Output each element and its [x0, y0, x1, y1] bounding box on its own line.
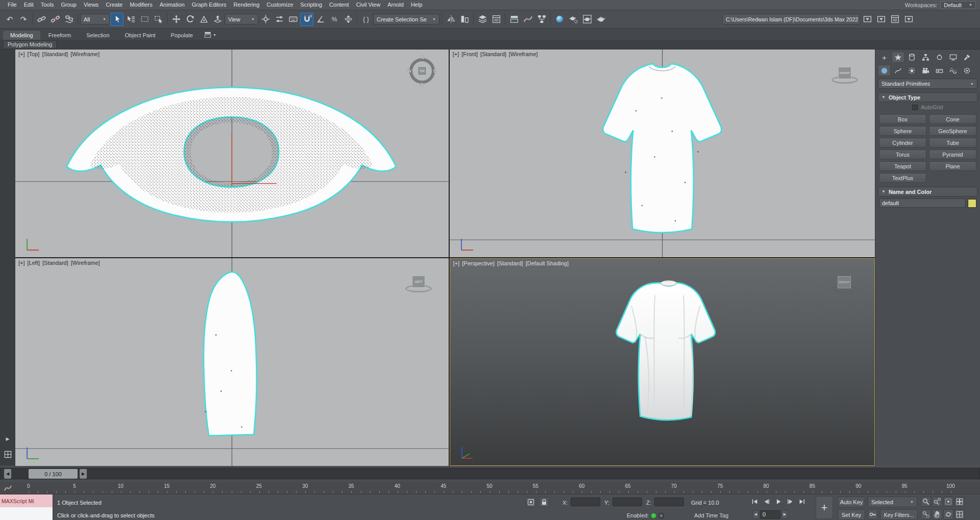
- menu-item-scripting[interactable]: Scripting: [297, 0, 326, 10]
- category-lights-icon[interactable]: [905, 65, 918, 76]
- set-key-filters-icon[interactable]: [868, 509, 878, 519]
- viewcube-face[interactable]: TOP: [418, 66, 427, 76]
- layer-explorer-icon[interactable]: [476, 13, 489, 26]
- workspace-plus-icon[interactable]: +: [878, 52, 891, 63]
- ribbon-tab-selection[interactable]: Selection: [79, 31, 116, 40]
- reference-coordinate-system-dropdown[interactable]: View ▼: [225, 14, 258, 24]
- create-sphere-button[interactable]: Sphere: [879, 126, 926, 136]
- current-frame-field[interactable]: 0: [760, 510, 780, 519]
- menu-item-modifiers[interactable]: Modifiers: [126, 0, 156, 10]
- time-slider-track[interactable]: [0, 468, 980, 479]
- tab-motion-icon[interactable]: [933, 52, 946, 63]
- orbit-icon[interactable]: [943, 509, 953, 519]
- select-by-name-icon[interactable]: [124, 13, 137, 26]
- schematic-view-icon[interactable]: [535, 13, 548, 26]
- edit-named-selection-sets-icon[interactable]: { }: [359, 13, 373, 26]
- viewport-left-menu-0[interactable]: [+]: [18, 260, 25, 266]
- menu-item-civil-view[interactable]: Civil View: [353, 0, 384, 10]
- menu-item-arnold[interactable]: Arnold: [384, 0, 407, 10]
- select-and-move-icon[interactable]: [169, 13, 183, 26]
- render-production-icon[interactable]: [594, 13, 607, 26]
- ribbon-tab-object-paint[interactable]: Object Paint: [118, 31, 163, 40]
- go-to-start-icon[interactable]: [749, 497, 761, 507]
- play-animation-icon[interactable]: [773, 497, 784, 507]
- viewport-perspective-menu-0[interactable]: [+]: [453, 260, 460, 266]
- bind-to-space-warp-icon[interactable]: [62, 13, 76, 26]
- ribbon-tab-modeling[interactable]: Modeling: [3, 31, 40, 40]
- select-and-link-icon[interactable]: [35, 13, 48, 26]
- object-color-swatch[interactable]: [968, 199, 976, 208]
- viewport-top-menu-1[interactable]: [Top]: [28, 51, 40, 57]
- key-filters-button[interactable]: Key Filters...: [880, 509, 918, 520]
- tab-display-icon[interactable]: [947, 52, 960, 63]
- asset-library-icon[interactable]: [888, 13, 901, 26]
- create-tube-button[interactable]: Tube: [929, 138, 976, 147]
- angle-snap-toggle-icon[interactable]: [314, 13, 327, 26]
- material-editor-icon[interactable]: [553, 13, 566, 26]
- create-geosphere-button[interactable]: GeoSphere: [929, 126, 976, 136]
- menu-item-views[interactable]: Views: [80, 0, 102, 10]
- create-cylinder-button[interactable]: Cylinder: [879, 138, 926, 147]
- create-plane-button[interactable]: Plane: [929, 161, 976, 171]
- selection-filter-dropdown[interactable]: All ▼: [80, 14, 110, 24]
- set-key-button[interactable]: Set Key: [838, 509, 865, 520]
- viewport-perspective-menu-1[interactable]: [Perspective]: [462, 260, 495, 266]
- select-and-scale-icon[interactable]: [197, 13, 210, 26]
- selection-set-dropdown[interactable]: Selected ▼: [868, 497, 917, 507]
- menu-item-file[interactable]: File: [4, 0, 20, 10]
- viewport-front-menu-1[interactable]: [Front]: [461, 51, 478, 57]
- menu-item-animation[interactable]: Animation: [156, 0, 188, 10]
- ribbon-config-icon[interactable]: ▼: [201, 31, 219, 40]
- undo-icon[interactable]: ↶: [3, 13, 16, 26]
- x-coordinate-field[interactable]: [571, 498, 600, 506]
- create-torus-button[interactable]: Torus: [879, 150, 926, 159]
- viewcube-face[interactable]: FRONT: [838, 67, 851, 79]
- viewcube[interactable]: FRONT: [831, 63, 860, 88]
- compass-north-label[interactable]: N: [421, 55, 424, 60]
- zoom-all-icon[interactable]: [932, 497, 942, 507]
- import-file-icon[interactable]: [861, 13, 874, 26]
- workspaces-dropdown[interactable]: Default ▼: [940, 1, 976, 9]
- category-cameras-icon[interactable]: [919, 65, 932, 76]
- add-time-tag[interactable]: Add Time Tag: [694, 510, 728, 520]
- viewcube-face[interactable]: LEFT: [412, 276, 425, 288]
- viewcube[interactable]: FRONT: [830, 272, 859, 298]
- viewport-left-menu-3[interactable]: [Wireframe]: [71, 260, 100, 266]
- expand-tray-icon[interactable]: ▶: [3, 434, 12, 443]
- viewport-left[interactable]: [+][Left][Standard][Wireframe] LEFT: [15, 258, 449, 466]
- render-setup-icon[interactable]: [567, 13, 580, 26]
- create-teapot-button[interactable]: Teapot: [879, 161, 926, 171]
- viewport-top-menu-0[interactable]: [+]: [18, 51, 25, 57]
- viewport-perspective-menu-3[interactable]: [Default Shading]: [526, 260, 569, 266]
- polygon-modeling-panel-button[interactable]: Polygon Modeling: [3, 40, 57, 49]
- maxscript-mini-listener[interactable]: MAXScript Mi: [0, 494, 53, 520]
- viewport-left-menu-2[interactable]: [Standard]: [42, 260, 68, 266]
- viewcube[interactable]: LEFT: [405, 271, 433, 297]
- unlink-selection-icon[interactable]: [48, 13, 62, 26]
- viewport-perspective-menu-2[interactable]: [Standard]: [497, 260, 523, 266]
- export-file-icon[interactable]: [874, 13, 888, 26]
- viewport-front-menu-2[interactable]: [Standard]: [480, 51, 506, 57]
- go-to-end-icon[interactable]: [796, 497, 807, 507]
- viewport-left-menu-1[interactable]: [Left]: [28, 260, 40, 266]
- previous-frame-arrow[interactable]: ◀: [4, 469, 11, 479]
- listener-pane[interactable]: [0, 507, 53, 520]
- ribbon-tab-populate[interactable]: Populate: [163, 31, 200, 40]
- percent-snap-toggle-icon[interactable]: %: [328, 13, 341, 26]
- object-type-rollout-header[interactable]: ▼ Object Type: [878, 92, 977, 102]
- enabled-indicator-icon[interactable]: [651, 513, 656, 518]
- isolate-selection-icon[interactable]: [526, 497, 536, 507]
- zoom-region-icon[interactable]: [921, 509, 931, 519]
- select-and-rotate-icon[interactable]: [183, 13, 197, 26]
- category-geometry-icon[interactable]: [878, 65, 891, 76]
- next-frame-icon[interactable]: [785, 497, 796, 507]
- curve-editor-icon[interactable]: [521, 13, 534, 26]
- window-crossing-icon[interactable]: [152, 13, 165, 26]
- primitive-category-dropdown[interactable]: Standard Primitives ▼: [878, 79, 977, 89]
- category-shapes-icon[interactable]: [892, 65, 904, 76]
- keyboard-shortcut-override-icon[interactable]: [286, 13, 300, 26]
- snaps-toggle-3d-icon[interactable]: 3: [300, 13, 313, 26]
- menu-item-tools[interactable]: Tools: [37, 0, 58, 10]
- mute-toggle-icon[interactable]: [658, 513, 664, 518]
- maximize-viewport-icon[interactable]: [954, 509, 965, 519]
